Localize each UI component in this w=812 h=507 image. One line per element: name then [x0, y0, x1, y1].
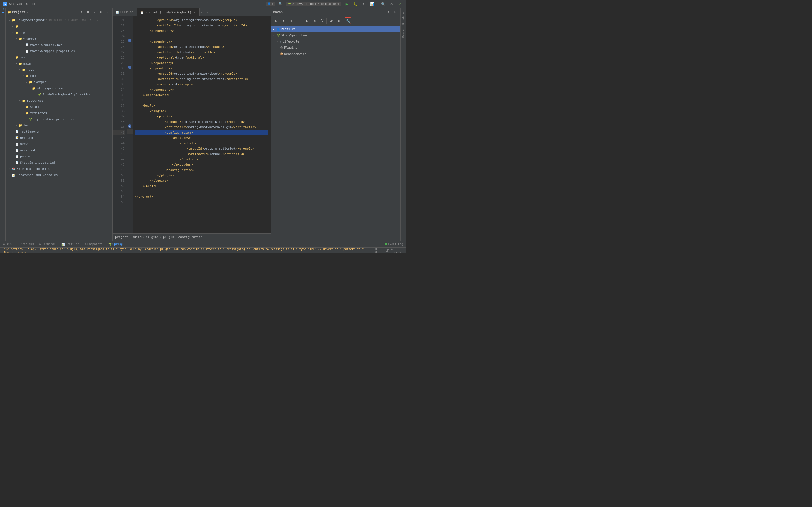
breadcrumb-plugins[interactable]: plugins: [146, 235, 159, 239]
maven-settings-btn[interactable]: ⚙: [386, 9, 391, 15]
code-line-36: [135, 98, 268, 103]
run-config-selector[interactable]: 🌱 StudySpringbootApplication ▼: [286, 2, 342, 6]
locate-btn[interactable]: ⊕: [79, 9, 84, 15]
plugins-icon: 🔌: [280, 46, 283, 49]
line-sep-label[interactable]: LF: [386, 249, 389, 252]
maven-wrench-btn[interactable]: 🔧: [345, 17, 351, 24]
maven-download-btn[interactable]: ⬇: [280, 17, 287, 24]
tab-close-btn[interactable]: ✕: [193, 11, 196, 14]
tree-example[interactable]: ▾ 📁 example: [6, 79, 112, 85]
tree-iml[interactable]: ▸ 📄 StudySpringboot.iml: [6, 159, 112, 166]
project-arrow[interactable]: ▾: [27, 11, 28, 13]
tab-pom-xml[interactable]: 📋 pom.xml (StudySpringboot) ✕: [137, 8, 200, 16]
maven-plugins[interactable]: ▸ 🔌 Plugins: [271, 45, 400, 51]
mvn-icon: 📁: [15, 30, 19, 35]
profile-selector[interactable]: 👤 ▼: [266, 2, 275, 6]
scratches-arrow: ▸: [8, 173, 11, 177]
tree-app-class[interactable]: ▸ 🌱 StudySpringbootApplication: [6, 91, 112, 98]
collapse-btn[interactable]: ≡: [85, 9, 91, 15]
maven-reload-btn[interactable]: ⟳: [328, 17, 335, 24]
maven-collapse-btn[interactable]: ≡: [335, 17, 342, 24]
project-strip-btn[interactable]: Project: [0, 9, 5, 14]
code-line-29: </dependency>: [135, 60, 268, 66]
maven-dependencies[interactable]: ▸ 📦 Dependencies: [271, 51, 400, 57]
filter-btn[interactable]: ▿: [92, 9, 97, 15]
code-line-50: </plugin>: [135, 173, 268, 178]
breadcrumb-project[interactable]: project: [115, 235, 128, 239]
example-arrow: ▾: [25, 80, 28, 83]
tree-app-props[interactable]: ▸ 🌱 application.properties: [6, 116, 112, 122]
tree-help-md[interactable]: ▸ 📝 HELP.md: [6, 135, 112, 141]
maven-project[interactable]: ▾ 🌱 StudySpringboot: [271, 32, 400, 38]
tab-help-md[interactable]: 📝 HELP.md: [113, 8, 137, 16]
problems-btn[interactable]: ⚠ Problems: [17, 242, 35, 245]
breadcrumb-configuration[interactable]: configuration: [178, 235, 202, 239]
spring-btn[interactable]: 🌱 Spring: [107, 242, 124, 245]
encoding-label[interactable]: UTF-8: [375, 247, 383, 254]
maven-refresh-btn[interactable]: ↻: [273, 17, 280, 24]
tree-static[interactable]: ▸ 📁 static: [6, 104, 112, 110]
maven-lifecycle[interactable]: ▸ ⚡ Lifecycle: [271, 38, 400, 45]
code-line-23: </dependency>: [135, 28, 268, 34]
breadcrumb-build[interactable]: build: [132, 235, 142, 239]
code-area[interactable]: <groupId>org.springframework.boot</group…: [133, 16, 271, 233]
maven-strip-label[interactable]: Maven: [401, 27, 405, 40]
maven-skip-btn[interactable]: //: [319, 17, 325, 24]
breadcrumb-plugin[interactable]: plugin: [163, 235, 174, 239]
tree-root[interactable]: ▾ 📁 StudySpringboot ~/Documents/idea项目 (…: [6, 17, 112, 23]
tree-main[interactable]: ▾ 📁 main: [6, 60, 112, 66]
code-line-54: </project>: [135, 194, 268, 200]
tree-com[interactable]: ▾ 📁 com: [6, 73, 112, 79]
tree-ext-libs[interactable]: ▸ 📚 External Libraries: [6, 166, 112, 172]
hide-btn[interactable]: ✕: [105, 9, 110, 15]
maven-hide-btn[interactable]: ✕: [393, 9, 398, 15]
search-nav-icon[interactable]: 🔍: [277, 1, 284, 7]
project-toolbar: ⊕ ≡ ▿ ⚙ ✕: [79, 9, 110, 15]
maven-project-arrow: ▾: [273, 34, 276, 37]
indent-label[interactable]: 4 spaces: [391, 247, 404, 254]
code-line-43: <excludes>: [135, 135, 268, 140]
tree-templates[interactable]: ▸ 📁 templates: [6, 110, 112, 116]
editor-content: 21 22 23 24 25 26 27 28 29 30 31 32 33 3…: [113, 16, 271, 233]
deps-icon: 📦: [280, 52, 283, 55]
app-props-icon: 🌱: [28, 117, 33, 121]
terminal-btn[interactable]: ▶ Terminal: [38, 242, 57, 245]
tree-mvnw-cmd[interactable]: ▸ 📄 mvnw.cmd: [6, 147, 112, 153]
tree-maven-props[interactable]: ▸ 📄 maven-wrapper.properties: [6, 48, 112, 54]
event-log-btn[interactable]: Event Log: [384, 242, 404, 245]
tree-wrapper[interactable]: ▾ 📁 wrapper: [6, 36, 112, 42]
code-line-40: <groupId>org.springframework.boot</group…: [135, 119, 268, 124]
tree-test[interactable]: ▸ 📁 test: [6, 122, 112, 128]
coverage-button[interactable]: ⚡: [361, 1, 367, 7]
run-button[interactable]: ▶: [344, 1, 350, 7]
tree-studyspringboot[interactable]: ▾ 📁 studyspringboot: [6, 85, 112, 91]
settings-button[interactable]: ⚙: [389, 1, 395, 7]
tree-maven-jar[interactable]: ▸ 📄 maven-wrapper.jar: [6, 42, 112, 48]
maven-m-btn[interactable]: m: [311, 17, 318, 24]
tree-mvn[interactable]: ▾ 📁 .mvn: [6, 29, 112, 36]
static-icon: 📁: [25, 105, 29, 109]
settings-tree-btn[interactable]: ⚙: [98, 9, 104, 15]
tree-mvnw[interactable]: ▸ 📄 mvnw: [6, 141, 112, 147]
tree-java[interactable]: ▾ 📁 java: [6, 66, 112, 73]
maven-run-btn[interactable]: ▶: [304, 17, 311, 24]
maven-add-btn[interactable]: +: [295, 17, 301, 24]
tree-idea[interactable]: ▸ 📁 .idea: [6, 23, 112, 29]
tree-pom-xml[interactable]: ▸ 📋 pom.xml: [6, 153, 112, 159]
resources-arrow: ▾: [18, 99, 21, 102]
profile-run-button[interactable]: 📊: [369, 1, 375, 7]
tree-gitignore[interactable]: ▸ 📄 .gitignore: [6, 128, 112, 135]
commit-button[interactable]: ✓: [397, 1, 403, 7]
database-strip-label[interactable]: Database: [401, 9, 405, 27]
todo-btn[interactable]: ≡ TODO: [2, 242, 13, 245]
tree-resources[interactable]: ▾ 📁 resources: [6, 98, 112, 104]
tree-scratches[interactable]: ▸ 📝 Scratches and Consoles: [6, 172, 112, 178]
profiler-btn[interactable]: 📊 Profiler: [60, 242, 80, 245]
endpoints-btn[interactable]: ⊕ Endpoints: [84, 242, 104, 245]
maven-profiles[interactable]: ▸ 👤 Profiles: [271, 26, 400, 32]
profiles-arrow: ▸: [273, 28, 276, 31]
search-button[interactable]: 🔍: [380, 1, 386, 7]
tree-src[interactable]: ▾ 📁 src: [6, 54, 112, 60]
maven-clear-btn[interactable]: ✕: [287, 17, 294, 24]
debug-button[interactable]: 🐛: [352, 1, 358, 7]
